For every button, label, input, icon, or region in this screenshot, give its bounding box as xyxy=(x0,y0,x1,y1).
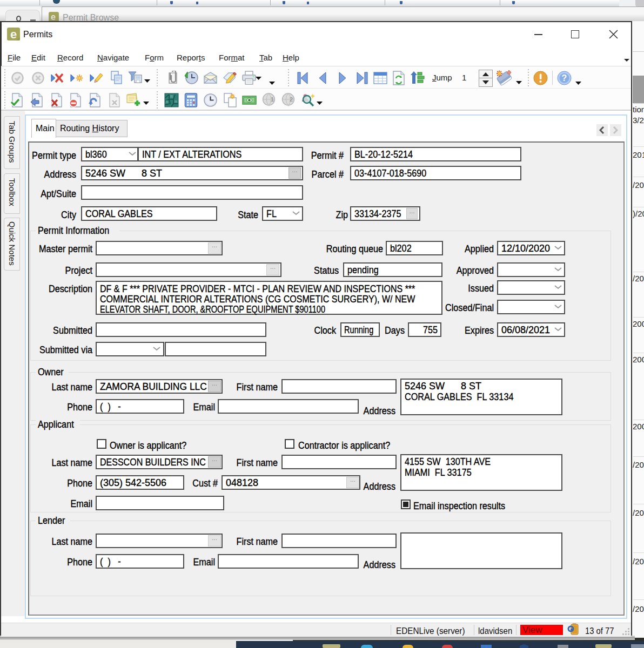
svg-text:1: 1 xyxy=(271,96,274,103)
svg-text:2: 2 xyxy=(290,96,293,103)
svg-text:?: ? xyxy=(562,73,567,83)
svg-text:e: e xyxy=(10,28,17,40)
